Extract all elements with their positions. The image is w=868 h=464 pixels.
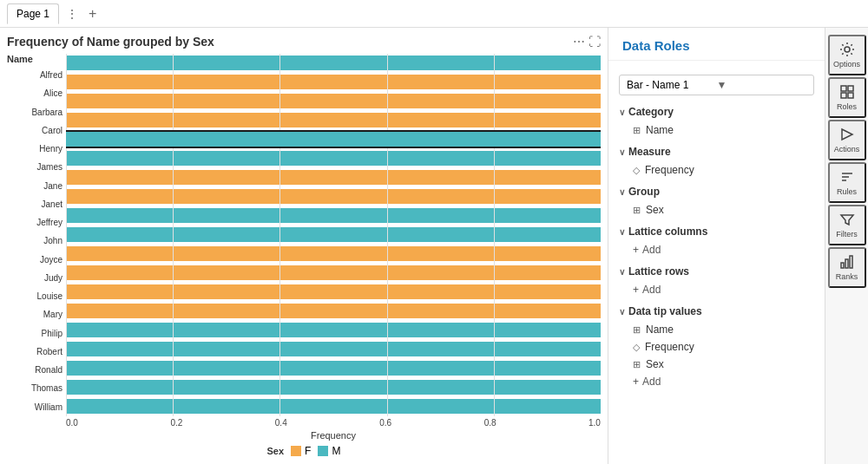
bar-row-jane[interactable] [66, 170, 601, 185]
measure-label: Measure [628, 146, 671, 158]
filters-button[interactable]: Filters [828, 205, 866, 245]
options-button[interactable]: Options [828, 35, 866, 75]
group-chevron-icon: ∨ [619, 187, 625, 197]
measure-chevron-icon: ∨ [619, 147, 625, 157]
bar-row-jeffrey[interactable] [66, 208, 601, 223]
roles-button[interactable]: Roles [828, 77, 866, 118]
datatip-frequency-label: Frequency [645, 341, 694, 353]
datatip-name-item[interactable]: ⊞ Name [619, 321, 814, 338]
lattice-cols-header[interactable]: ∨ Lattice columns [619, 225, 814, 238]
y-label-john: John [7, 233, 66, 249]
category-name-item[interactable]: ⊞ Name [619, 121, 814, 139]
bar-row-robert[interactable] [66, 342, 601, 356]
x-label: 1.0 [589, 418, 601, 428]
bar-m-robert [66, 342, 601, 356]
bar-f-barbara [66, 94, 601, 108]
legend-title: Sex [267, 446, 285, 456]
y-label-carol: Carol [7, 122, 66, 138]
y-label-jeffrey: Jeffrey [7, 215, 66, 231]
bar-m-john [66, 227, 601, 242]
bar-row-alfred[interactable] [66, 56, 601, 70]
svg-rect-1 [841, 86, 846, 91]
bar-m-william [66, 399, 601, 414]
lattice-rows-section: ∨ Lattice rows + Add [608, 262, 825, 302]
y-label-henry: Henry [7, 141, 66, 157]
chart-more-button[interactable]: ⋯ [573, 35, 585, 49]
measure-frequency-item[interactable]: ◇ Frequency [619, 161, 814, 179]
bar-row-henry[interactable] [66, 132, 601, 147]
y-label-barbara: Barbara [7, 104, 66, 120]
bar-row-philip[interactable] [66, 323, 601, 337]
bar-row-carol[interactable] [66, 113, 601, 127]
group-header[interactable]: ∨ Group [619, 186, 814, 198]
lattice-cols-section: ∨ Lattice columns + Add [608, 222, 825, 262]
x-label: 0.8 [484, 418, 496, 428]
bar-row-judy[interactable] [66, 265, 601, 280]
bar-row-william[interactable] [66, 399, 601, 414]
bar-dropdown-value: Bar - Name 1 [627, 79, 717, 91]
group-sex-item[interactable]: ⊞ Sex [619, 201, 814, 219]
rules-button[interactable]: Rules [828, 162, 866, 203]
ranks-button[interactable]: Ranks [828, 247, 866, 288]
lattice-rows-add-icon: + [633, 284, 639, 296]
datatip-header[interactable]: ∨ Data tip values [619, 305, 814, 317]
lattice-rows-chevron-icon: ∨ [619, 267, 625, 277]
group-section: ∨ Group ⊞ Sex [608, 182, 825, 222]
datatip-add-button[interactable]: + Add [619, 373, 814, 390]
roles-label: Roles [837, 102, 857, 111]
legend-m-label: M [332, 445, 340, 457]
bar-row-james[interactable] [66, 151, 601, 166]
datatip-sex-icon: ⊞ [633, 359, 641, 370]
lattice-rows-add-button[interactable]: + Add [619, 281, 814, 298]
legend-f-item: F [291, 445, 311, 457]
bar-row-mary[interactable] [66, 304, 601, 318]
bar-f-judy [66, 265, 601, 280]
measure-frequency-label: Frequency [645, 164, 694, 176]
category-name-label: Name [646, 124, 674, 136]
bar-row-alice[interactable] [66, 75, 601, 89]
bar-row-janet[interactable] [66, 189, 601, 204]
bar-f-mary [66, 304, 601, 318]
y-label-philip: Philip [7, 325, 66, 341]
measure-header[interactable]: ∨ Measure [619, 146, 814, 158]
datatip-add-label: Add [642, 376, 661, 388]
svg-rect-7 [845, 259, 848, 268]
datatip-name-icon: ⊞ [633, 324, 641, 336]
svg-rect-8 [850, 256, 852, 268]
datatip-frequency-icon: ◇ [633, 342, 640, 353]
lattice-rows-header[interactable]: ∨ Lattice rows [619, 265, 814, 278]
dropdown-arrow-icon: ▼ [717, 79, 807, 91]
bar-row-john[interactable] [66, 227, 601, 242]
bar-row-barbara[interactable] [66, 94, 601, 108]
bar-row-ronald[interactable] [66, 361, 601, 376]
y-label-william: William [7, 399, 66, 415]
actions-button[interactable]: Actions [828, 120, 866, 160]
y-label-jane: Jane [7, 178, 66, 193]
legend-f-label: F [305, 445, 311, 457]
bar-dropdown[interactable]: Bar - Name 1 ▼ [619, 75, 814, 95]
icon-sidebar: Options Roles Actions Rules Filters Rank… [825, 28, 868, 464]
tab-options-dots[interactable]: ⋮ [62, 7, 82, 21]
bar-row-joyce[interactable] [66, 246, 601, 261]
lattice-cols-add-button[interactable]: + Add [619, 241, 814, 258]
bar-row-louise[interactable] [66, 284, 601, 299]
data-roles-body: Bar - Name 1 ▼ ∨ Category ⊞ Name ∨ Measu… [608, 61, 825, 464]
top-bar: Page 1 ⋮ + [0, 0, 868, 28]
bar-row-thomas[interactable] [66, 380, 601, 395]
datatip-frequency-item[interactable]: ◇ Frequency [619, 338, 814, 356]
measure-section: ∨ Measure ◇ Frequency [608, 142, 825, 182]
chart-expand-button[interactable]: ⛶ [589, 35, 601, 49]
category-section: ∨ Category ⊞ Name [608, 102, 825, 142]
sex-table-icon: ⊞ [633, 205, 641, 216]
tab-add-button[interactable]: + [85, 6, 100, 22]
category-header[interactable]: ∨ Category [619, 106, 814, 118]
legend-m-color [318, 446, 328, 456]
datatip-sex-item[interactable]: ⊞ Sex [619, 356, 814, 373]
x-label: 0.6 [379, 418, 391, 428]
bar-f-alice [66, 75, 601, 89]
ranks-label: Ranks [836, 272, 858, 281]
chart-panel: ⋯ ⛶ Frequency of Name grouped by Sex Nam… [0, 28, 608, 464]
tab-page1[interactable]: Page 1 [7, 3, 59, 24]
chart-legend: Sex F M [7, 445, 601, 457]
svg-marker-5 [842, 129, 852, 140]
